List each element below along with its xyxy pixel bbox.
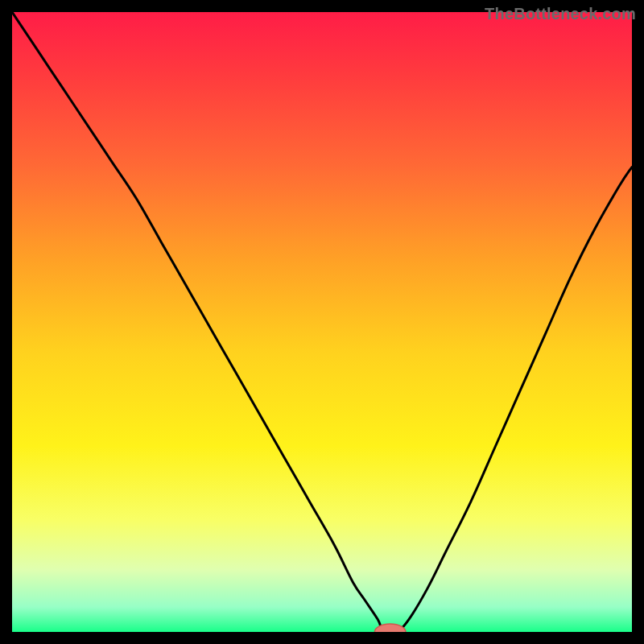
chart-frame: TheBottleneck.com	[0, 0, 644, 644]
watermark-label: TheBottleneck.com	[485, 5, 636, 23]
bottleneck-chart	[12, 12, 632, 632]
plot-area	[12, 12, 632, 632]
gradient-background	[12, 12, 632, 632]
